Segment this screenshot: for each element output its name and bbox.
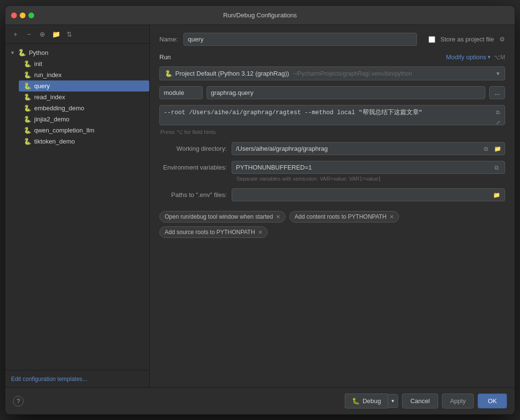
modify-options-group: Modify options ▾ ⌥M xyxy=(446,53,505,61)
chevron-down-icon: ▾ xyxy=(496,70,500,77)
run-kind-select[interactable]: module xyxy=(159,86,203,99)
copy-config-button[interactable]: ⊕ xyxy=(37,29,48,39)
main-content: + − ⊕ 📁 ⇅ ▼ 🐍 Python 🐍 init xyxy=(5,25,515,387)
minimize-window-button[interactable] xyxy=(20,13,26,18)
python-section-icon: 🐍 xyxy=(18,49,26,56)
name-label: Name: xyxy=(159,36,178,43)
run-section-header: Run Modify options ▾ ⌥M xyxy=(159,53,505,61)
debug-label: Debug xyxy=(363,397,381,405)
copy-icon[interactable]: ⧉ xyxy=(494,108,502,117)
python-icon: 🐍 xyxy=(24,93,31,101)
name-input[interactable] xyxy=(183,33,416,46)
close-window-button[interactable] xyxy=(11,13,17,18)
expand-icon[interactable]: ⤢ xyxy=(494,118,502,127)
sidebar-item-label: qwen_completion_llm xyxy=(34,127,94,134)
tag-close-button[interactable]: ✕ xyxy=(276,214,280,220)
python-section-header[interactable]: ▼ 🐍 Python xyxy=(5,47,149,58)
debug-icon: 🐛 xyxy=(352,397,360,405)
store-as-project-label: Store as project file xyxy=(441,36,494,43)
sidebar-item-query[interactable]: 🐍 query xyxy=(19,80,149,92)
params-hint: Press ⌥ for field hints xyxy=(159,129,505,135)
params-row: --root /Users/aihe/ai/graphrag/ragtest -… xyxy=(159,105,505,127)
debug-dropdown-button[interactable]: ▾ xyxy=(388,394,398,408)
env-vars-row: Environment variables: ⧉ xyxy=(159,161,505,174)
tree-items: 🐍 init 🐍 run_index 🐍 query 🐍 xyxy=(5,58,149,147)
store-as-project-checkbox[interactable] xyxy=(429,36,435,43)
apply-button[interactable]: Apply xyxy=(442,394,474,408)
tag-label: Open run/debug tool window when started xyxy=(165,213,273,220)
sidebar-item-embedding-demo[interactable]: 🐍 embedding_demo xyxy=(19,103,149,114)
dotenv-input[interactable] xyxy=(232,189,492,201)
dotenv-browse-icon[interactable]: 📁 xyxy=(492,190,503,200)
interpreter-row: 🐍 Project Default (Python 3.12 (graphRag… xyxy=(159,66,505,80)
working-dir-label: Working directory: xyxy=(159,145,232,152)
python-icon: 🐍 xyxy=(24,105,31,112)
module-browse-button[interactable]: ... xyxy=(489,86,505,99)
env-vars-label: Environment variables: xyxy=(159,164,232,171)
working-dir-browse-icon[interactable]: 📁 xyxy=(492,144,503,154)
tag-close-button[interactable]: ✕ xyxy=(390,214,394,220)
cancel-button[interactable]: Cancel xyxy=(402,394,438,408)
env-vars-edit-icon[interactable]: ⧉ xyxy=(492,162,503,173)
env-vars-input[interactable] xyxy=(232,161,492,173)
run-debug-dialog: Run/Debug Configurations + − ⊕ 📁 ⇅ ▼ 🐍 P… xyxy=(5,5,515,415)
tag-open-run-debug: Open run/debug tool window when started … xyxy=(159,211,286,223)
modify-options-shortcut: ⌥M xyxy=(494,54,505,61)
add-config-button[interactable]: + xyxy=(10,29,21,39)
dotenv-label: Paths to ".env" files: xyxy=(159,191,232,198)
move-to-group-button[interactable]: 📁 xyxy=(51,29,61,39)
interpreter-select[interactable]: 🐍 Project Default (Python 3.12 (graphRag… xyxy=(159,66,505,80)
working-dir-input[interactable] xyxy=(232,143,481,155)
sidebar-item-run-index[interactable]: 🐍 run_index xyxy=(19,69,149,80)
working-dir-copy-icon[interactable]: ⧉ xyxy=(481,144,491,154)
tag-label: Add content roots to PYTHONPATH xyxy=(295,213,387,220)
tag-label: Add source roots to PYTHONPATH xyxy=(165,229,255,236)
modify-options-link[interactable]: Modify options xyxy=(446,53,486,61)
sidebar-item-label: embedding_demo xyxy=(34,105,84,112)
debug-button-wrap: 🐛 Debug ▾ xyxy=(345,394,398,408)
working-dir-input-wrap: ⧉ 📁 xyxy=(232,142,505,155)
tag-close-button[interactable]: ✕ xyxy=(258,229,262,236)
bottom-bar: ? 🐛 Debug ▾ Cancel Apply OK xyxy=(5,387,515,414)
dialog-title: Run/Debug Configurations xyxy=(223,12,297,19)
python-section-label: Python xyxy=(29,49,48,56)
sidebar-item-label: query xyxy=(34,82,50,90)
chevron-down-icon: ▾ xyxy=(488,54,491,60)
sidebar-item-tiktoken-demo[interactable]: 🐍 tiktoken_demo xyxy=(19,136,149,147)
sidebar-footer: Edit configuration templates... xyxy=(5,370,149,387)
python-icon: 🐍 xyxy=(24,138,31,145)
sidebar-item-read-index[interactable]: 🐍 read_index xyxy=(19,92,149,103)
sidebar: + − ⊕ 📁 ⇅ ▼ 🐍 Python 🐍 init xyxy=(5,25,150,387)
sidebar-item-label: tiktoken_demo xyxy=(34,138,75,145)
config-panel: Name: Store as project file ⚙ Run Modify… xyxy=(150,25,515,387)
python-icon: 🐍 xyxy=(24,127,31,134)
params-textarea[interactable]: --root /Users/aihe/ai/graphrag/ragtest -… xyxy=(159,105,505,125)
interpreter-label: Project Default (Python 3.12 (graphRag))… xyxy=(175,70,412,77)
ok-button[interactable]: OK xyxy=(478,394,507,408)
debug-button[interactable]: 🐛 Debug xyxy=(345,394,388,408)
name-row: Name: Store as project file ⚙ xyxy=(159,33,505,46)
sidebar-tree: ▼ 🐍 Python 🐍 init 🐍 run_index xyxy=(5,44,149,370)
sidebar-item-init[interactable]: 🐍 init xyxy=(19,58,149,69)
module-input[interactable] xyxy=(207,86,485,99)
python-icon: 🐍 xyxy=(24,82,31,90)
working-dir-row: Working directory: ⧉ 📁 xyxy=(159,142,505,155)
bottom-actions: 🐛 Debug ▾ Cancel Apply OK xyxy=(345,394,507,408)
edit-templates-link[interactable]: Edit configuration templates... xyxy=(11,376,87,382)
sort-button[interactable]: ⇅ xyxy=(64,29,75,39)
sidebar-toolbar: + − ⊕ 📁 ⇅ xyxy=(5,25,149,44)
maximize-window-button[interactable] xyxy=(28,13,34,18)
title-bar: Run/Debug Configurations xyxy=(5,6,515,25)
tag-source-roots: Add source roots to PYTHONPATH ✕ xyxy=(159,226,268,238)
sidebar-item-label: jinjia2_demo xyxy=(34,116,69,123)
run-section-title: Run xyxy=(159,53,171,61)
sidebar-item-qwen-completion[interactable]: 🐍 qwen_completion_llm xyxy=(19,125,149,136)
gear-icon[interactable]: ⚙ xyxy=(499,36,505,43)
chevron-down-icon: ▼ xyxy=(10,50,15,55)
remove-config-button[interactable]: − xyxy=(24,29,34,39)
sidebar-item-label: read_index xyxy=(34,93,65,101)
help-button[interactable]: ? xyxy=(13,396,24,407)
store-as-project-row: Store as project file ⚙ xyxy=(429,36,505,43)
sidebar-item-jinjia2-demo[interactable]: 🐍 jinjia2_demo xyxy=(19,114,149,125)
interpreter-select-left: 🐍 Project Default (Python 3.12 (graphRag… xyxy=(165,70,412,77)
